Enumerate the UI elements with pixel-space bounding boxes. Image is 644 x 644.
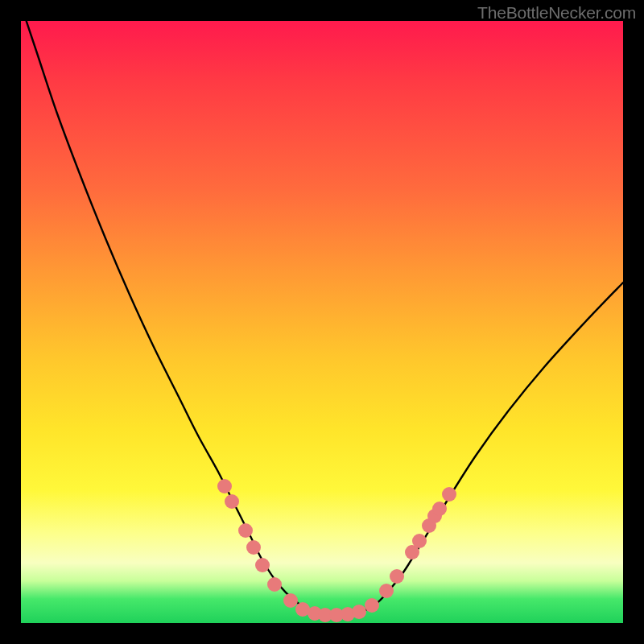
- curve-marker: [390, 569, 404, 584]
- marker-group: [217, 479, 456, 622]
- curve-marker: [283, 593, 298, 608]
- chart-frame: TheBottleNecker.com: [0, 0, 644, 644]
- bottleneck-curve: [21, 21, 623, 615]
- curve-marker: [267, 577, 282, 592]
- plot-area: [21, 21, 623, 623]
- curve-marker: [365, 598, 379, 613]
- curve-marker: [225, 494, 239, 509]
- watermark-text: TheBottleNecker.com: [477, 3, 636, 23]
- curve-marker: [255, 558, 270, 572]
- curve-marker: [246, 540, 261, 555]
- curve-layer: [21, 21, 623, 623]
- curve-marker: [412, 534, 427, 548]
- curve-marker: [379, 584, 394, 598]
- curve-marker: [442, 487, 456, 502]
- curve-marker: [352, 605, 366, 619]
- curve-marker: [432, 502, 447, 516]
- curve-marker: [238, 523, 253, 538]
- curve-marker: [217, 479, 232, 493]
